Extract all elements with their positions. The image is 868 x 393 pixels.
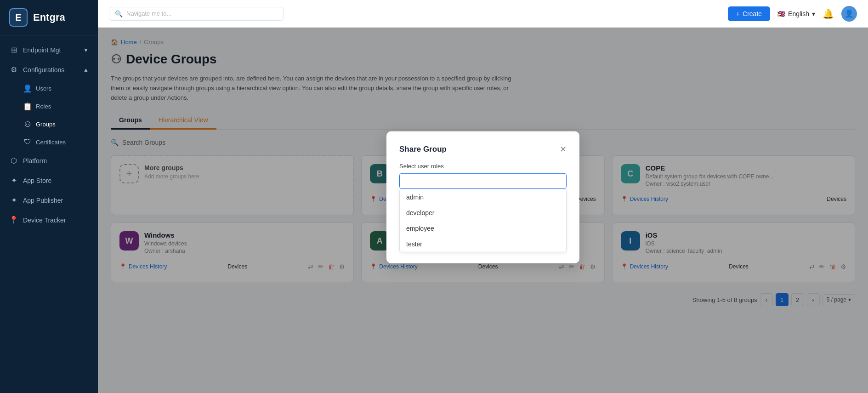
certificates-label: Certificates — [36, 139, 66, 146]
users-label: Users — [36, 85, 51, 92]
groups-icon: ⚇ — [23, 120, 32, 129]
device-tracker-label: Device Tracker — [23, 216, 66, 224]
configurations-icon: ⚙ — [9, 65, 18, 74]
create-icon: + — [736, 10, 740, 17]
app-publisher-label: App Publisher — [23, 197, 63, 204]
search-placeholder: Navigate me to... — [126, 10, 171, 17]
platform-icon: ⬡ — [9, 156, 18, 165]
app-store-icon: ✦ — [9, 176, 18, 185]
sidebar-item-app-publisher[interactable]: ✦ App Publisher — [0, 190, 98, 210]
app-store-label: App Store — [23, 177, 51, 184]
sidebar-item-users[interactable]: 👤 Users — [0, 80, 98, 97]
endpoint-mgt-icon: ⊞ — [9, 46, 18, 54]
role-option-employee[interactable]: employee — [400, 220, 566, 236]
sidebar-item-roles[interactable]: 📋 Roles — [0, 97, 98, 115]
create-button[interactable]: + Create — [728, 6, 770, 21]
sidebar-item-groups[interactable]: ⚇ Groups — [0, 115, 98, 133]
configurations-label: Configurations — [23, 66, 64, 74]
logo-icon: E — [9, 8, 28, 27]
search-icon: 🔍 — [115, 10, 123, 17]
role-option-admin[interactable]: admin — [400, 189, 566, 205]
platform-label: Platform — [23, 157, 47, 165]
role-option-tester[interactable]: tester — [400, 236, 566, 251]
groups-label: Groups — [36, 121, 56, 128]
lang-arrow-icon: ▾ — [812, 10, 815, 17]
sidebar-item-platform[interactable]: ⬡ Platform — [0, 151, 98, 171]
endpoint-mgt-label: Endpoint Mgt — [23, 46, 61, 54]
logo-area[interactable]: E Entgra — [0, 0, 98, 35]
app-name: Entgra — [33, 11, 65, 23]
modal-title: Share Group — [399, 144, 447, 154]
sidebar-item-certificates[interactable]: 🛡 Certificates — [0, 133, 98, 151]
sidebar-item-endpoint-mgt[interactable]: ⊞ Endpoint Mgt ▼ — [0, 40, 98, 60]
main-area: 🔍 Navigate me to... + Create 🇬🇧 English … — [98, 0, 868, 393]
roles-label: Roles — [36, 103, 51, 110]
endpoint-mgt-arrow: ▼ — [83, 47, 89, 53]
app-publisher-icon: ✦ — [9, 196, 18, 205]
roles-icon: 📋 — [23, 102, 32, 111]
device-tracker-icon: 📍 — [9, 216, 18, 224]
modal-header: Share Group ✕ — [399, 144, 567, 154]
topbar-search[interactable]: 🔍 Navigate me to... — [109, 7, 284, 21]
role-option-developer[interactable]: developer — [400, 205, 566, 220]
sidebar: E Entgra ⊞ Endpoint Mgt ▼ ⚙ Configuratio… — [0, 0, 98, 393]
page-content: 🏠 Home / Groups ⚇ Device Groups The grou… — [98, 28, 868, 393]
users-icon: 👤 — [23, 84, 32, 93]
language-label: English — [788, 10, 809, 17]
modal-close-button[interactable]: ✕ — [560, 144, 567, 154]
flag-icon: 🇬🇧 — [777, 10, 785, 17]
share-group-modal: Share Group ✕ Select user roles admin de… — [386, 131, 579, 263]
modal-label: Select user roles — [399, 162, 567, 169]
notification-button[interactable]: 🔔 — [823, 8, 834, 19]
sidebar-nav: ⊞ Endpoint Mgt ▼ ⚙ Configurations ▲ 👤 Us… — [0, 35, 98, 393]
sidebar-item-device-tracker[interactable]: 📍 Device Tracker — [0, 210, 98, 230]
topbar-right: + Create 🇬🇧 English ▾ 🔔 👤 — [728, 6, 857, 22]
certificates-icon: 🛡 — [23, 138, 32, 146]
roles-dropdown: admin developer employee tester — [399, 188, 567, 252]
sidebar-item-configurations[interactable]: ⚙ Configurations ▲ — [0, 60, 98, 80]
sidebar-item-app-store[interactable]: ✦ App Store — [0, 171, 98, 190]
configurations-arrow: ▲ — [83, 67, 89, 73]
language-selector[interactable]: 🇬🇧 English ▾ — [777, 10, 815, 17]
role-search-input[interactable] — [399, 173, 567, 188]
create-label: Create — [743, 10, 762, 17]
topbar: 🔍 Navigate me to... + Create 🇬🇧 English … — [98, 0, 868, 28]
user-avatar[interactable]: 👤 — [841, 6, 857, 22]
